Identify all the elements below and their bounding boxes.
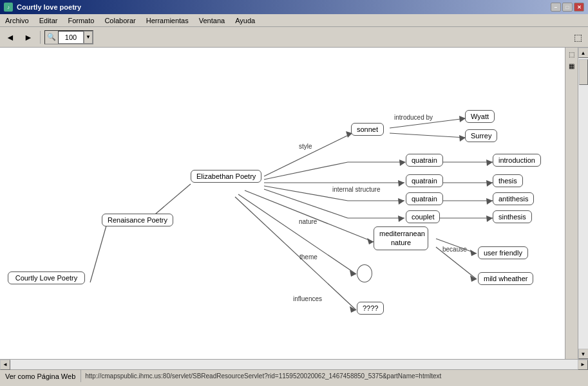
menubar: Archivo Editar Formato Colaborar Herrami…: [0, 14, 588, 27]
node-influences-oval[interactable]: ????: [357, 302, 384, 315]
menu-archivo[interactable]: Archivo: [0, 15, 34, 26]
node-user-friendly[interactable]: user friendly: [478, 246, 528, 259]
minimize-button[interactable]: −: [551, 3, 561, 12]
svg-line-8: [264, 162, 348, 179]
svg-marker-34: [350, 270, 356, 277]
svg-line-0: [90, 226, 106, 282]
scroll-down-button[interactable]: ▼: [578, 349, 589, 359]
svg-line-16: [264, 189, 348, 218]
label-theme: theme: [299, 253, 318, 261]
menu-ventana[interactable]: Ventana: [194, 15, 230, 26]
node-couplet[interactable]: couplet: [406, 210, 440, 223]
menu-colaborar[interactable]: Colaborar: [99, 15, 140, 26]
restore-button[interactable]: □: [562, 3, 573, 12]
right-panel: ⬚ ▦: [565, 48, 578, 359]
close-button[interactable]: ✕: [574, 3, 584, 12]
toolbar-separator: [40, 31, 41, 44]
scroll-up-button[interactable]: ▲: [578, 48, 589, 58]
right-toolbar-icon[interactable]: ⬚: [570, 30, 585, 45]
node-mild-wheather[interactable]: mild wheather: [478, 272, 533, 285]
svg-line-33: [238, 194, 356, 274]
zoom-dropdown[interactable]: ▼: [84, 31, 93, 44]
node-renaisance[interactable]: Renaisance Poetry: [102, 214, 173, 226]
node-elizabethan[interactable]: Elizabethan Poetry: [191, 170, 261, 183]
node-antithesis[interactable]: antithesis: [493, 192, 534, 205]
svg-marker-9: [399, 160, 406, 166]
diagram-svg: [0, 48, 565, 359]
node-sonnet[interactable]: sonnet: [351, 123, 384, 136]
titlebar: ♪ Courtly love poetry − □ ✕: [0, 0, 588, 14]
svg-marker-12: [398, 180, 404, 187]
canvas: Courtly Love Poetry Renaisance Poetry El…: [0, 48, 565, 359]
node-thesis[interactable]: thesis: [493, 174, 523, 187]
zoom-group: 🔍 ▼: [44, 30, 93, 44]
svg-marker-22: [486, 180, 493, 187]
window-title: Courtly love poetry: [17, 3, 551, 11]
toolbar: ◄ ► 🔍 ▼ ⬚: [0, 27, 588, 48]
label-internal-structure: internal structure: [332, 186, 380, 193]
main-area: Courtly Love Poetry Renaisance Poetry El…: [0, 48, 588, 359]
svg-marker-30: [470, 250, 477, 256]
vertical-scrollbar[interactable]: ▲ ▼: [578, 48, 588, 359]
scroll-right-button[interactable]: ►: [578, 360, 588, 370]
menu-editar[interactable]: Editar: [34, 15, 63, 26]
back-button[interactable]: ◄: [3, 30, 18, 45]
svg-marker-32: [470, 275, 477, 282]
label-influences: influences: [293, 295, 322, 302]
status-webpage-button[interactable]: Ver como Página Web: [0, 370, 81, 382]
node-courtly-love[interactable]: Courtly Love Poetry: [8, 271, 85, 284]
panel-icon-grid[interactable]: ▦: [567, 60, 577, 71]
svg-marker-36: [350, 306, 356, 313]
svg-line-27: [245, 190, 374, 242]
svg-marker-18: [398, 216, 404, 222]
node-mediterranean[interactable]: mediterranean nature: [374, 226, 428, 250]
svg-line-2: [264, 133, 352, 176]
node-introduction[interactable]: introduction: [493, 154, 541, 167]
svg-marker-24: [486, 198, 493, 205]
horizontal-scrollbar[interactable]: ◄ ►: [0, 359, 588, 369]
menu-ayuda[interactable]: Ayuda: [230, 15, 260, 26]
svg-marker-15: [398, 198, 404, 205]
node-quatrain3[interactable]: quatrain: [406, 192, 443, 205]
node-quatrain2[interactable]: quatrain: [406, 174, 443, 187]
app-icon: ♪: [4, 3, 13, 12]
svg-line-35: [235, 197, 356, 310]
node-quatrain1[interactable]: quatrain: [406, 154, 443, 167]
svg-line-6: [390, 133, 466, 138]
status-url: http://cmapspublic.ihmc.us:80/servlet/SB…: [81, 372, 445, 380]
label-because: because: [442, 246, 467, 253]
window-controls[interactable]: − □ ✕: [551, 3, 584, 12]
node-theme-oval[interactable]: [357, 264, 372, 282]
svg-marker-20: [486, 160, 493, 166]
panel-icon-top[interactable]: ⬚: [567, 49, 577, 59]
zoom-icon: 🔍: [45, 33, 58, 41]
scroll-track-h: [10, 360, 578, 369]
label-introduced-by: introduced by: [394, 114, 433, 121]
scroll-track-v: [578, 58, 588, 349]
statusbar: Ver como Página Web http://cmapspublic.i…: [0, 369, 588, 382]
svg-marker-26: [486, 216, 493, 222]
label-style: style: [299, 143, 312, 150]
scroll-left-button[interactable]: ◄: [0, 360, 10, 370]
node-wyatt[interactable]: Wyatt: [465, 110, 495, 123]
label-nature: nature: [299, 218, 317, 225]
scroll-thumb-v[interactable]: [579, 59, 588, 85]
forward-button[interactable]: ►: [21, 30, 36, 45]
zoom-input[interactable]: [58, 31, 84, 44]
svg-marker-28: [367, 238, 374, 244]
menu-formato[interactable]: Formato: [62, 15, 99, 26]
node-sinthesis[interactable]: sinthesis: [493, 210, 532, 223]
menu-herramientas[interactable]: Herramientas: [141, 15, 194, 26]
node-surrey[interactable]: Surrey: [465, 129, 497, 142]
